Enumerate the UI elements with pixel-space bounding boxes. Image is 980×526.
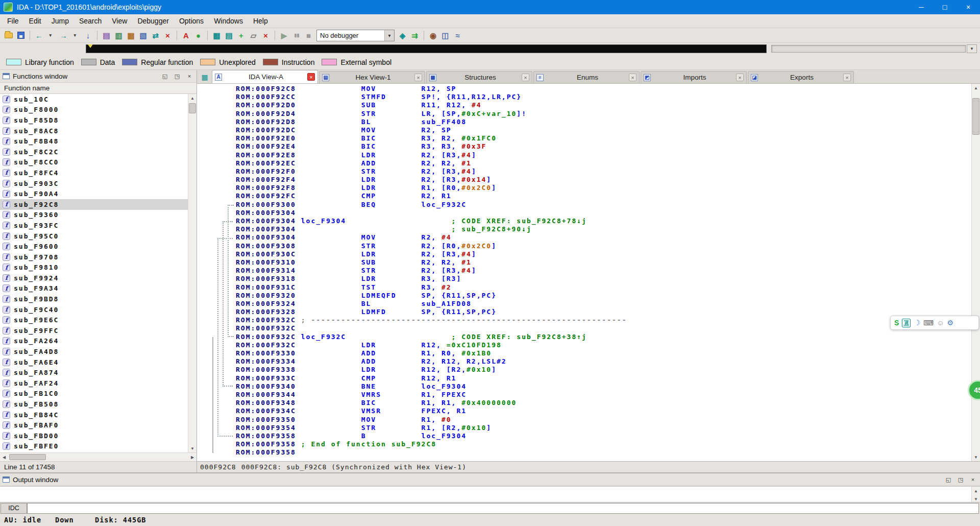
toolbar-color-instruction-button[interactable]: ▤ bbox=[101, 30, 112, 41]
function-list-item[interactable]: fsub_FBAF0 bbox=[0, 420, 188, 431]
disasm-line[interactable]: ROM:000F9358 bbox=[236, 448, 971, 457]
function-list-item[interactable]: fsub_FA6E4 bbox=[0, 357, 188, 368]
disasm-line[interactable]: ROM:000F92D0 SUB R11, R12, #4 bbox=[236, 101, 971, 109]
panel-restore-icon[interactable]: ◱ bbox=[160, 72, 169, 80]
function-list-item[interactable]: fsub_10C bbox=[0, 94, 188, 105]
functions-scroll-thumb[interactable] bbox=[189, 103, 196, 113]
toolbar-debugger-options-button[interactable]: ◈ bbox=[397, 30, 408, 41]
toolbar-color-misc-button[interactable]: ▧ bbox=[137, 30, 149, 41]
tab-close-icon[interactable]: × bbox=[736, 74, 744, 81]
minimize-button[interactable]: ─ bbox=[910, 0, 933, 14]
disasm-line[interactable]: ROM:000F9318 LDR R3, [R3] bbox=[236, 275, 971, 283]
toolbox-icon[interactable]: ⚙ bbox=[947, 319, 953, 326]
menu-edit[interactable]: Edit bbox=[24, 15, 46, 27]
menu-search[interactable]: Search bbox=[74, 15, 107, 27]
tab-close-icon[interactable]: × bbox=[414, 74, 422, 81]
sogou-logo-icon[interactable]: S bbox=[894, 319, 899, 326]
scroll-down-icon[interactable]: ▼ bbox=[972, 453, 980, 461]
function-list-item[interactable]: fsub_F8AC8 bbox=[0, 126, 188, 136]
disasm-line[interactable]: ROM:000F9304 MOV R2, #4 bbox=[236, 233, 971, 242]
navigation-band[interactable] bbox=[86, 44, 767, 53]
function-list-item[interactable]: fsub_F8FC4 bbox=[0, 168, 188, 178]
function-list-item[interactable]: fsub_FBFE0 bbox=[0, 441, 188, 452]
tab-hex-view-1[interactable]: ▤Hex View-1× bbox=[319, 71, 425, 83]
function-list-item[interactable]: fsub_F85D8 bbox=[0, 115, 188, 126]
toolbar-breakpoints-button[interactable]: ◉ bbox=[427, 30, 439, 41]
function-list-item[interactable]: fsub_F9924 bbox=[0, 273, 188, 283]
disasm-scroll-thumb[interactable] bbox=[972, 98, 979, 135]
function-list-item[interactable]: fsub_F90A4 bbox=[0, 188, 188, 199]
function-name-column-header[interactable]: Function name bbox=[0, 83, 197, 94]
disasm-line[interactable]: ROM:000F9314 STR R2, [R3,#4] bbox=[236, 267, 971, 275]
scroll-up-icon[interactable]: ▲ bbox=[972, 487, 980, 495]
toolbar-debug-start-button[interactable]: ▶ bbox=[278, 30, 290, 41]
function-list-item[interactable]: fsub_F9600 bbox=[0, 241, 188, 252]
disasm-line[interactable]: ROM:000F92CC STMFD SP!, {R11,R12,LR,PC} bbox=[236, 93, 971, 101]
disasm-line[interactable]: ROM:000F934C VMSR FPEXC, R1 bbox=[236, 407, 971, 415]
functions-hscroll-thumb[interactable] bbox=[9, 454, 46, 460]
disasm-line[interactable]: ROM:000F9358 ; End of function sub_F92C8 bbox=[236, 440, 971, 448]
disasm-line[interactable]: ROM:000F92F0 STR R2, [R3,#4] bbox=[236, 168, 971, 176]
function-list-item[interactable]: fsub_FA264 bbox=[0, 336, 188, 347]
toolbar-forward-button[interactable]: → bbox=[58, 30, 69, 41]
tab-enums[interactable]: ≡Enums× bbox=[533, 71, 640, 83]
disasm-line[interactable]: ROM:000F92F4 LDR R2, [R3,#0x14] bbox=[236, 176, 971, 184]
menu-jump[interactable]: Jump bbox=[46, 15, 74, 27]
function-list-item[interactable]: fsub_F9708 bbox=[0, 252, 188, 262]
panel-float-icon[interactable]: ◳ bbox=[173, 72, 182, 80]
disasm-line[interactable]: ROM:000F9350 MOV R1, #0 bbox=[236, 416, 971, 424]
function-list-item[interactable]: fsub_F93FC bbox=[0, 220, 188, 231]
disasm-line[interactable]: ROM:000F9320 LDMEQFD SP, {R11,SP,PC} bbox=[236, 292, 971, 300]
output-scrollbar[interactable]: ▲ ▼ bbox=[971, 487, 980, 502]
function-list-item[interactable]: fsub_F9A34 bbox=[0, 283, 188, 294]
disasm-line[interactable]: ROM:000F9310 SUB R2, R2, #1 bbox=[236, 258, 971, 267]
disasm-line[interactable]: ROM:000F932C bbox=[236, 324, 971, 332]
function-list-item[interactable]: fsub_FB84C bbox=[0, 410, 188, 420]
idc-button[interactable]: IDC bbox=[1, 503, 27, 514]
disasm-line[interactable]: ROM:000F932C LDR R12, =0xC10FD198 bbox=[236, 341, 971, 349]
toolbar-color-data-button[interactable]: ▥ bbox=[113, 30, 125, 41]
disasm-line[interactable]: ROM:000F933C CMP R12, R1 bbox=[236, 374, 971, 382]
disasm-line[interactable]: ROM:000F92F8 LDR R1, [R0,#0x2C0] bbox=[236, 184, 971, 192]
tab-structures[interactable]: ▦Structures× bbox=[426, 71, 532, 83]
function-list-item[interactable]: fsub_F9810 bbox=[0, 262, 188, 273]
disasm-line[interactable]: ROM:000F9328 LDMFD SP, {R11,SP,PC} bbox=[236, 308, 971, 316]
disasm-scrollbar[interactable]: ▲ ▼ bbox=[971, 84, 980, 461]
scroll-up-icon[interactable]: ▲ bbox=[972, 84, 980, 92]
toolbar-analysis-indicator[interactable]: ● bbox=[192, 30, 204, 41]
navband-menu-button[interactable]: ▼ bbox=[967, 44, 977, 53]
disasm-line[interactable]: ROM:000F930C LDR R2, [R3,#4] bbox=[236, 250, 971, 258]
disasm-line[interactable]: ROM:000F92D4 STR LR, [SP,#0xC+var_10]! bbox=[236, 110, 971, 118]
disasm-line[interactable]: ROM:000F92DC MOV R2, SP bbox=[236, 126, 971, 134]
menu-options[interactable]: Options bbox=[174, 15, 209, 27]
disasm-line[interactable]: ROM:000F92C8 MOV R12, SP bbox=[236, 85, 971, 93]
function-list-item[interactable]: fsub_F8000 bbox=[0, 105, 188, 115]
disasm-line[interactable]: ROM:000F92E4 BIC R3, R3, #0x3F bbox=[236, 142, 971, 151]
tab-imports[interactable]: ◩Imports× bbox=[641, 71, 747, 83]
disasm-line[interactable]: ROM:000F9304 bbox=[236, 209, 971, 217]
toolbar-strings-button[interactable]: A bbox=[180, 30, 192, 41]
function-list-item[interactable]: fsub_F8C2C bbox=[0, 147, 188, 157]
panel-close-icon[interactable]: × bbox=[968, 475, 977, 484]
function-list-item[interactable]: fsub_F9360 bbox=[0, 210, 188, 221]
tab-close-icon[interactable]: × bbox=[843, 74, 851, 81]
maximize-button[interactable]: □ bbox=[933, 0, 957, 14]
disasm-line[interactable]: ROM:000F92EC ADD R2, R2, #1 bbox=[236, 159, 971, 168]
function-list-item[interactable]: fsub_F95C0 bbox=[0, 231, 188, 242]
toolbar-back-button[interactable]: ← bbox=[33, 30, 45, 41]
toolbar-debug-stop-button[interactable]: ■ bbox=[303, 30, 314, 41]
toolbar-add-item-button[interactable]: + bbox=[235, 30, 247, 41]
toolbar-forward-dropdown[interactable]: ▾ bbox=[70, 30, 82, 41]
tab-close-icon[interactable]: × bbox=[522, 74, 529, 81]
disasm-line[interactable]: ROM:000F9330 ADD R1, R0, #0x1B0 bbox=[236, 349, 971, 357]
function-list-item[interactable]: fsub_FAF24 bbox=[0, 378, 188, 389]
menu-file[interactable]: File bbox=[2, 15, 24, 27]
function-list-item[interactable]: fsub_F9E6C bbox=[0, 315, 188, 325]
disasm-line[interactable]: ROM:000F9348 BIC R1, R1, #0x40000000 bbox=[236, 399, 971, 407]
scroll-left-icon[interactable]: ◀ bbox=[0, 453, 8, 461]
disasm-line[interactable]: ROM:000F931C TST R3, #2 bbox=[236, 283, 971, 292]
window-list-icon[interactable]: ▦ bbox=[200, 72, 210, 82]
toolbar-save-button[interactable] bbox=[15, 30, 27, 41]
keyboard-icon[interactable]: ⌨ bbox=[923, 319, 934, 326]
panel-restore-icon[interactable]: ◱ bbox=[944, 475, 953, 484]
